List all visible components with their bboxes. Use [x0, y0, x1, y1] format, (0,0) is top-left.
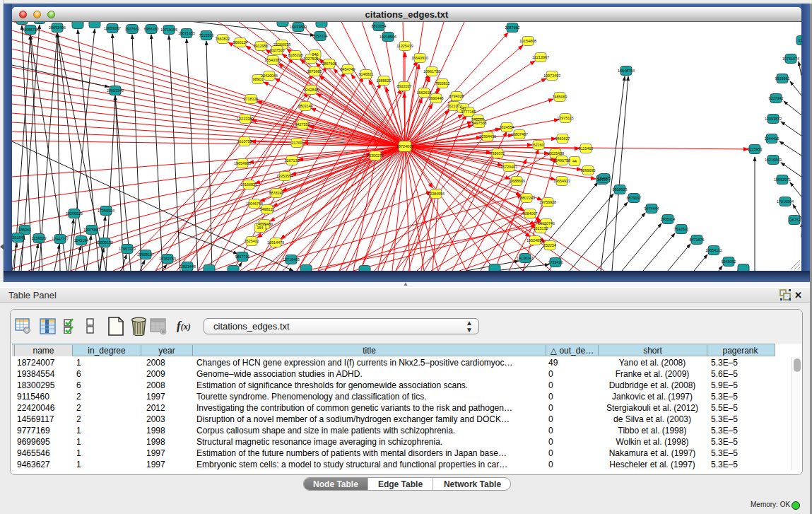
svg-text:39154: 39154 [13, 235, 23, 240]
svg-text:20691406: 20691406 [49, 25, 66, 30]
svg-text:17957223: 17957223 [119, 247, 136, 251]
svg-text:14136141: 14136141 [517, 256, 534, 260]
svg-text:9857791: 9857791 [235, 255, 250, 259]
svg-text:13353594: 13353594 [276, 174, 293, 178]
svg-text:19958107: 19958107 [137, 252, 154, 257]
svg-text:8471676: 8471676 [690, 238, 705, 242]
svg-text:16782759: 16782759 [159, 257, 176, 261]
svg-text:6879197: 6879197 [627, 196, 642, 200]
svg-text:19654923: 19654923 [553, 179, 570, 183]
svg-text:2087682: 2087682 [505, 25, 520, 30]
svg-text:2935114: 2935114 [661, 217, 676, 221]
svg-text:19166825: 19166825 [240, 182, 257, 187]
svg-text:7386372: 7386372 [490, 151, 505, 156]
svg-text:6794028: 6794028 [449, 94, 464, 98]
svg-text:20364436: 20364436 [479, 134, 496, 139]
svg-text:22420046: 22420046 [261, 74, 278, 78]
svg-text:15495758: 15495758 [553, 158, 570, 163]
svg-text:1145194: 1145194 [74, 238, 89, 243]
svg-text:252254: 252254 [543, 243, 556, 247]
svg-text:8990448: 8990448 [429, 96, 444, 100]
svg-text:9899695: 9899695 [581, 168, 596, 173]
svg-text:15720407: 15720407 [500, 165, 517, 169]
svg-text:10961758: 10961758 [423, 69, 440, 74]
svg-text:9474444: 9474444 [645, 206, 659, 211]
svg-text:2803144: 2803144 [298, 104, 313, 108]
svg-text:12213389: 12213389 [237, 117, 254, 121]
svg-text:9329961: 9329961 [775, 76, 790, 81]
svg-text:8454749: 8454749 [341, 67, 355, 71]
svg-text:9084067: 9084067 [523, 211, 538, 216]
svg-text:24055714: 24055714 [22, 28, 39, 32]
svg-text:8322037: 8322037 [397, 84, 412, 88]
svg-text:1733426: 1733426 [548, 260, 563, 264]
svg-text:8958923: 8958923 [613, 187, 628, 192]
svg-text:3267130: 3267130 [285, 158, 300, 163]
svg-text:164095: 164095 [598, 176, 611, 180]
svg-text:19218506: 19218506 [379, 35, 396, 39]
svg-text:12093872: 12093872 [765, 117, 782, 121]
svg-text:16543382: 16543382 [264, 58, 281, 62]
svg-text:18724007: 18724007 [396, 144, 414, 148]
svg-text:9245052: 9245052 [722, 259, 736, 264]
svg-text:16640910: 16640910 [411, 56, 428, 60]
svg-text:17016504: 17016504 [777, 199, 794, 204]
svg-text:3875685: 3875685 [307, 69, 322, 74]
svg-text:15751074: 15751074 [782, 57, 799, 61]
svg-text:2718126: 2718126 [244, 97, 259, 101]
svg-text:1117: 1117 [798, 38, 801, 42]
svg-text:7955812: 7955812 [435, 81, 450, 86]
svg-text:10688609: 10688609 [508, 179, 525, 183]
svg-text:9115460: 9115460 [579, 146, 594, 151]
svg-text:19975867: 19975867 [83, 228, 100, 232]
svg-text:16914479: 16914479 [267, 240, 284, 245]
svg-text:1527602: 1527602 [125, 27, 140, 31]
svg-text:10654112: 10654112 [705, 248, 722, 252]
svg-text:19524851: 19524851 [526, 238, 543, 243]
svg-text:15692971: 15692971 [774, 177, 791, 182]
svg-text:10807487: 10807487 [511, 132, 528, 136]
svg-text:3215953: 3215953 [748, 147, 763, 151]
svg-text:2156829: 2156829 [32, 236, 47, 240]
svg-text:9146821: 9146821 [359, 72, 374, 76]
svg-text:19654985: 19654985 [234, 161, 251, 165]
svg-text:21700: 21700 [292, 141, 302, 145]
svg-text:15716485: 15716485 [283, 257, 300, 262]
svg-text:8878342: 8878342 [269, 191, 284, 195]
svg-text:1244415: 1244415 [765, 136, 779, 141]
svg-text:12942737: 12942737 [52, 237, 69, 241]
svg-text:9327505: 9327505 [304, 57, 319, 61]
svg-text:18807249: 18807249 [518, 196, 535, 200]
svg-text:7515526: 7515526 [199, 33, 214, 37]
svg-text:1610755: 1610755 [237, 139, 252, 144]
svg-text:20053346: 20053346 [107, 88, 124, 93]
svg-text:8660124: 8660124 [233, 40, 248, 45]
svg-text:9227342: 9227342 [769, 96, 784, 100]
svg-text:154: 154 [257, 226, 264, 230]
svg-text:10973493: 10973493 [543, 74, 560, 78]
svg-text:16210643: 16210643 [765, 158, 782, 162]
svg-text:19384554: 19384554 [428, 192, 445, 196]
svg-text:20206526: 20206526 [66, 211, 83, 216]
svg-text:7663822: 7663822 [216, 37, 230, 41]
svg-text:8813054: 8813054 [372, 24, 387, 28]
svg-text:16671355: 16671355 [178, 31, 195, 35]
svg-text:116753: 116753 [788, 218, 801, 222]
svg-text:6966160: 6966160 [144, 27, 159, 31]
svg-text:25300275: 25300275 [367, 153, 384, 158]
svg-text:8186328: 8186328 [288, 53, 303, 57]
svg-text:62160: 62160 [534, 143, 544, 147]
svg-text:1615132: 1615132 [534, 226, 548, 230]
svg-text:7632621: 7632621 [674, 227, 689, 231]
svg-text:7625402: 7625402 [245, 239, 259, 243]
svg-text:7357224: 7357224 [313, 34, 328, 38]
svg-text:5498222: 5498222 [260, 207, 275, 211]
svg-text:16033809: 16033809 [290, 25, 307, 29]
svg-text:16120746: 16120746 [538, 221, 555, 226]
svg-text:10025438: 10025438 [547, 151, 564, 156]
svg-text:22260538: 22260538 [273, 42, 290, 47]
svg-text:10653267: 10653267 [104, 26, 121, 30]
svg-text:11325419: 11325419 [396, 44, 413, 48]
svg-text:2867608: 2867608 [322, 62, 337, 66]
svg-text:1562615: 1562615 [417, 90, 432, 95]
